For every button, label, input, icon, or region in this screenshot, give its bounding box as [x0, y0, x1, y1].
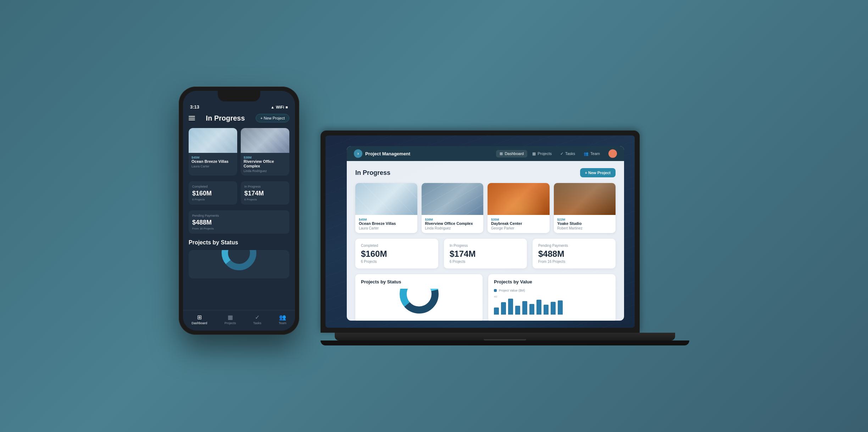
laptop-charts-row: Projects by Status	[355, 274, 616, 321]
laptop-project-card-2[interactable]: $38M Riverview Office Complex Linda Rodr…	[422, 183, 484, 233]
laptop-nav-projects-icon: ▦	[532, 151, 536, 156]
laptop-stat-completed-value: $160M	[361, 249, 433, 259]
phone-bottom-nav: ⊞ Dashboard ▦ Projects ✓ Tasks 👥 Team	[183, 310, 295, 331]
laptop-project-price-1: $45M	[359, 218, 414, 221]
laptop-nav-team-icon: 👥	[584, 151, 589, 156]
laptop-nav-tasks-label: Tasks	[565, 151, 575, 156]
phone-header: In Progress + New Project	[189, 114, 289, 122]
tasks-icon: ✓	[255, 314, 260, 321]
laptop-bottom	[321, 340, 689, 345]
phone-stat-inprogress: In Progress $174M 6 Projects	[241, 181, 289, 205]
laptop-logo-text: Project Management	[365, 151, 410, 156]
laptop-stat-completed: Completed $160M 6 Projects	[355, 239, 438, 268]
phone-stat-pending-value: $488M	[192, 219, 286, 226]
laptop-section-title: In Progress	[355, 169, 390, 177]
laptop-project-name-3: Daybreak Center	[491, 221, 546, 226]
laptop-project-person-4: Robert Martinez	[557, 226, 612, 230]
laptop-project-name-2: Riverview Office Complex	[425, 221, 480, 226]
phone-stat-pending-sub: From 16 Projects	[192, 227, 286, 230]
bar-item	[536, 300, 541, 315]
laptop-nav-items: ⊞ Dashboard ▦ Projects ✓ Tasks	[496, 149, 617, 158]
laptop-stat-completed-sub: 6 Projects	[361, 260, 433, 264]
bar-item	[529, 304, 534, 315]
phone-card-name-1: Ocean Breeze Villas	[191, 159, 234, 164]
phone-chart-section-title: Projects by Status	[189, 239, 289, 246]
laptop-project-image-2	[422, 183, 484, 215]
laptop-project-price-2: $38M	[425, 218, 480, 221]
laptop-stat-inprogress-value: $174M	[450, 249, 521, 259]
phone-stats-row2: Pending Payments $488M From 16 Projects	[189, 210, 289, 234]
bar-item	[501, 302, 506, 315]
phone-card-person-2: Linda Rodriguez	[244, 169, 286, 173]
laptop-nav-dashboard-icon: ⊞	[500, 151, 503, 156]
phone-chart-area	[189, 250, 289, 278]
laptop-project-info-2: $38M Riverview Office Complex Linda Rodr…	[422, 215, 484, 233]
laptop-project-image-1	[355, 183, 417, 215]
laptop-nav-tasks[interactable]: ✓ Tasks	[557, 150, 579, 157]
laptop-project-info-3: $35M Daybreak Center George Parker	[488, 215, 550, 233]
laptop-panel: › Project Management ⊞ Dashboard ▦ Proje…	[347, 146, 624, 321]
laptop-bar-chart: 40	[494, 295, 610, 315]
laptop-new-project-button[interactable]: + New Project	[580, 168, 616, 177]
phone-nav-projects[interactable]: ▦ Projects	[224, 314, 236, 325]
phone-card-info-1: $45M Ocean Breeze Villas Laura Carter	[189, 153, 237, 171]
phone-nav-team-label: Team	[279, 321, 286, 325]
laptop-project-info-1: $45M Ocean Breeze Villas Laura Carter	[355, 215, 417, 233]
phone-card-image-2	[241, 128, 289, 153]
phone-nav-team[interactable]: 👥 Team	[279, 314, 286, 325]
laptop-main-content: In Progress + New Project $45M Ocean Bre…	[347, 161, 624, 321]
phone-new-project-button[interactable]: + New Project	[256, 114, 289, 122]
laptop-nav-dashboard[interactable]: ⊞ Dashboard	[496, 150, 527, 157]
laptop-logo: › Project Management	[354, 149, 410, 158]
laptop-project-card-3[interactable]: $35M Daybreak Center George Parker	[488, 183, 550, 233]
laptop-body: › Project Management ⊞ Dashboard ▦ Proje…	[321, 131, 640, 333]
laptop-project-cards: $45M Ocean Breeze Villas Laura Carter $3…	[355, 183, 616, 233]
laptop-stats-row: Completed $160M 6 Projects In Progress $…	[355, 239, 616, 268]
menu-icon[interactable]	[189, 116, 195, 120]
phone-stat-completed-label: Completed	[192, 185, 234, 188]
laptop-bar-chart-legend-label: Project Value ($M)	[499, 289, 525, 292]
laptop-stat-pending-sub: From 16 Projects	[538, 260, 610, 264]
phone-project-card-2[interactable]: $38M Riverview Office Complex Linda Rodr…	[241, 128, 289, 176]
phone-nav-dashboard[interactable]: ⊞ Dashboard	[191, 314, 207, 325]
phone-nav-dashboard-label: Dashboard	[191, 321, 207, 325]
laptop-section-header: In Progress + New Project	[355, 168, 616, 177]
bar-item	[558, 300, 563, 315]
laptop-donut-chart	[396, 289, 442, 317]
laptop-project-image-3	[488, 183, 550, 215]
phone-card-price-2: $38M	[244, 156, 286, 159]
laptop-nav-projects-label: Projects	[538, 151, 552, 156]
projects-icon: ▦	[228, 314, 233, 321]
bar-item	[515, 306, 520, 315]
bar-item	[508, 299, 513, 315]
phone-screen: 3:13 ▲WiFi■ In Progress + New Project	[183, 91, 295, 331]
laptop-nav-team[interactable]: 👥 Team	[580, 150, 603, 157]
laptop-project-name-1: Ocean Breeze Villas	[359, 221, 414, 226]
phone-stat-completed-value: $160M	[192, 190, 234, 197]
laptop-bar-chart-legend: Project Value ($M)	[494, 289, 610, 292]
legend-dot	[494, 289, 497, 292]
phone-donut-chart	[218, 250, 260, 274]
laptop-nav-projects[interactable]: ▦ Projects	[529, 150, 555, 157]
laptop-status-chart-card: Projects by Status	[355, 274, 483, 321]
laptop-base	[335, 333, 675, 340]
phone-nav-projects-label: Projects	[224, 321, 236, 325]
phone-status-icons: ▲WiFi■	[271, 105, 288, 109]
team-icon: 👥	[279, 314, 286, 321]
laptop-donut-chart-container	[361, 289, 477, 317]
laptop-user-avatar[interactable]	[608, 149, 617, 158]
laptop-stat-inprogress-sub: 6 Projects	[450, 260, 521, 264]
dashboard-icon: ⊞	[197, 314, 202, 321]
phone-project-card-1[interactable]: $45M Ocean Breeze Villas Laura Carter	[189, 128, 237, 176]
phone-nav-tasks[interactable]: ✓ Tasks	[253, 314, 261, 325]
laptop-project-person-1: Laura Carter	[359, 226, 414, 230]
laptop-navbar: › Project Management ⊞ Dashboard ▦ Proje…	[347, 146, 624, 161]
phone-card-name-2: Riverview Office Complex	[244, 159, 286, 168]
phone-card-info-2: $38M Riverview Office Complex Linda Rodr…	[241, 153, 289, 176]
bar-item	[522, 301, 527, 315]
phone-content: In Progress + New Project $45M Ocean Bre…	[183, 110, 295, 310]
laptop-project-card-4[interactable]: $22M Yoake Studio Robert Martinez	[554, 183, 616, 233]
laptop-project-card-1[interactable]: $45M Ocean Breeze Villas Laura Carter	[355, 183, 417, 233]
laptop-device: › Project Management ⊞ Dashboard ▦ Proje…	[321, 131, 689, 345]
phone-stat-pending: Pending Payments $488M From 16 Projects	[189, 210, 289, 234]
